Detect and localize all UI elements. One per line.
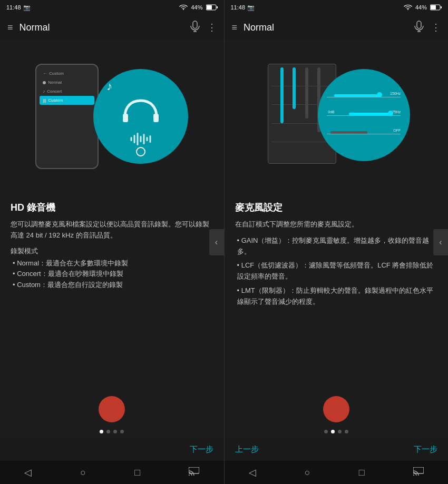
recents-button-right[interactable]: □ — [359, 467, 365, 478]
notif-icon-right: 📷 — [247, 4, 255, 11]
status-bar-left: 11:48 📷 44% — [0, 0, 224, 15]
freq2-label: 75Hz — [392, 110, 401, 114]
more-icon-right[interactable]: ⋮ — [431, 22, 441, 33]
nav-bar-left: ≡ Normal ⋮ — [0, 15, 224, 40]
section-title-right: 麥克風設定 — [235, 201, 438, 214]
svg-rect-13 — [431, 5, 436, 9]
battery-left: 44% — [191, 4, 202, 11]
indicator-4-right — [345, 430, 348, 433]
content-area-left: ←Custom Normal ♪Concert |||Custom — [0, 40, 224, 438]
bottom-nav-left: 下一步 — [0, 438, 224, 461]
battery-right: 44% — [415, 4, 427, 11]
bottom-nav-right: 上一步 下一步 — [225, 438, 449, 461]
status-left: 11:48 📷 — [6, 4, 31, 11]
home-button-left[interactable]: ○ — [80, 467, 86, 478]
phone-mockup-left: ←Custom Normal ♪Concert |||Custom — [35, 64, 99, 169]
freq1-label: 150Hz — [390, 92, 401, 95]
cast-button-left[interactable] — [189, 467, 199, 478]
more-icon-left[interactable]: ⋮ — [207, 22, 217, 33]
svg-rect-7 — [123, 114, 128, 122]
android-nav-left: ◁ ○ □ — [0, 461, 224, 484]
record-button-right[interactable] — [323, 396, 349, 422]
home-button-right[interactable]: ○ — [305, 467, 310, 478]
left-phone-screen: 11:48 📷 44% ≡ Normal ⋮ — [0, 0, 224, 484]
side-arrow-left[interactable]: ‹ — [209, 229, 224, 255]
svg-point-11 — [407, 9, 408, 10]
next-button-right[interactable]: 下一步 — [414, 445, 437, 455]
svg-point-0 — [183, 9, 184, 10]
section-subtitle-left: 錄製模式 — [11, 246, 213, 256]
time-right: 11:48 — [231, 4, 246, 11]
bullet1-right: • GAIN（增益）：控制麥克風靈敏度。增益越多，收錄的聲音越多。 — [235, 235, 438, 258]
nav-title-right: Normal — [244, 22, 414, 33]
wifi-icon-left — [179, 4, 188, 11]
record-area-left — [0, 393, 224, 425]
mockup-item-custom2: |||Custom — [40, 96, 94, 105]
time-left: 11:48 — [6, 4, 21, 11]
status-right-left: 44% — [179, 4, 217, 11]
status-left-right: 11:48 📷 — [231, 4, 255, 11]
side-arrow-right[interactable]: ‹ — [433, 229, 448, 255]
db1-label: 0dB — [328, 110, 334, 114]
svg-rect-8 — [153, 114, 159, 122]
page-indicators-left — [0, 425, 224, 438]
indicator-1-right — [324, 430, 328, 433]
cast-button-right[interactable] — [413, 467, 424, 478]
bullet2-right: • LCF（低切濾波器）：濾除風聲等低頻聲音。LCF 將會排除低於設定頻率的聲音… — [235, 260, 438, 282]
notif-icon-left: 📷 — [23, 4, 31, 11]
nav-title-left: Normal — [20, 22, 190, 33]
record-button-left[interactable] — [99, 396, 125, 422]
nav-icons-left: ⋮ — [190, 21, 217, 35]
text-content-left: HD 錄音機 您可以調整麥克風和檔案設定以便以高品質音訊錄製。您可以錄製高達 2… — [0, 193, 224, 393]
recents-button-left[interactable]: □ — [134, 467, 140, 478]
text-content-right: 麥克風設定 在自訂模式下調整您所需的麥克風設定。 • GAIN（增益）：控制麥克… — [225, 193, 449, 393]
indicator-2-right — [331, 430, 335, 433]
illustration-left: ←Custom Normal ♪Concert |||Custom — [0, 40, 224, 193]
nav-icons-right: ⋮ — [414, 21, 441, 35]
indicator-4-left — [120, 430, 124, 433]
wifi-icon-right — [404, 4, 412, 11]
bullet2-left: • Concert：最適合在吵雜環境中錄製 — [11, 269, 213, 280]
mic-icon-right[interactable] — [414, 21, 424, 35]
status-right-right: 44% — [404, 4, 442, 11]
nav-bar-right: ≡ Normal ⋮ — [225, 15, 449, 40]
svg-rect-2 — [207, 5, 212, 9]
mockup-item-custom1: ←Custom — [40, 69, 94, 78]
page-indicators-right — [225, 425, 449, 438]
svg-rect-15 — [417, 21, 421, 28]
back-button-left[interactable]: ◁ — [24, 467, 32, 478]
right-phone-screen: 11:48 📷 44% ≡ Normal ⋮ — [225, 0, 449, 484]
svg-rect-3 — [217, 6, 218, 8]
content-area-right: 150Hz 75Hz 0dB OFF 麥克風設定 — [225, 40, 449, 438]
bullet3-right: • LMT（限制器）：防止剪輯較大的聲音。錄製過程中的紅色水平線顯示了聲音減少的… — [235, 285, 438, 308]
svg-point-19 — [413, 475, 414, 476]
mic-icon-left[interactable] — [190, 21, 200, 35]
menu-icon-left[interactable]: ≡ — [7, 22, 13, 33]
bullet1-left: • Normal：最適合在大多數環境中錄製 — [11, 258, 213, 269]
indicator-2-left — [106, 430, 110, 433]
indicator-3-left — [113, 430, 117, 433]
mockup-item-normal: Normal — [40, 78, 94, 87]
menu-icon-right[interactable]: ≡ — [232, 22, 238, 33]
bullet3-left: • Custom：最適合您自行設定的錄製 — [11, 280, 213, 291]
music-note-icon: ♪ — [106, 80, 112, 93]
record-area-right — [225, 393, 449, 425]
mockup-item-concert: ♪Concert — [40, 87, 94, 96]
illustration-right: 150Hz 75Hz 0dB OFF — [225, 40, 449, 193]
svg-rect-4 — [193, 21, 197, 28]
android-nav-right: ◁ ○ □ — [225, 461, 449, 484]
svg-rect-14 — [441, 6, 442, 8]
prev-button-right[interactable]: 上一步 — [235, 445, 259, 455]
next-button-left[interactable]: 下一步 — [190, 445, 213, 455]
indicator-1-left — [100, 430, 103, 433]
off-label: OFF — [393, 129, 401, 132]
section-body-left: 您可以調整麥克風和檔案設定以便以高品質音訊錄製。您可以錄製高達 24 bit /… — [11, 219, 213, 241]
status-bar-right: 11:48 📷 44% — [225, 0, 449, 15]
section-body-right: 在自訂模式下調整您所需的麥克風設定。 — [235, 219, 438, 230]
back-button-right[interactable]: ◁ — [249, 467, 256, 478]
svg-point-10 — [189, 475, 190, 476]
indicator-3-right — [338, 430, 342, 433]
section-title-left: HD 錄音機 — [11, 201, 213, 214]
circle-headphones: ♪ — [93, 69, 188, 164]
